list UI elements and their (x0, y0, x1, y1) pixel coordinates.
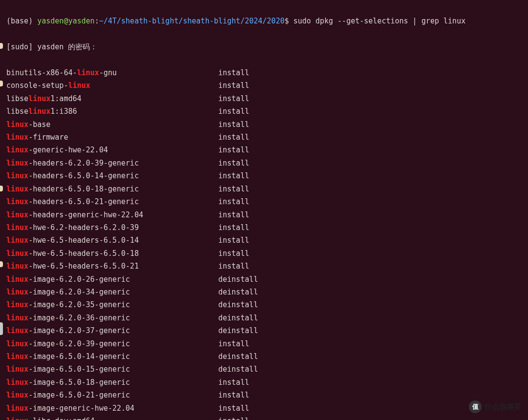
package-row: linux-libc-dev:amd64 install (6, 415, 528, 420)
package-status: install (219, 376, 249, 389)
package-status: install (219, 415, 249, 420)
package-status: install (219, 221, 249, 234)
grep-highlight: linux (6, 352, 28, 361)
cwd-path: ~/4T/sheath-blight/sheath-blight/2024/20… (99, 17, 285, 25)
prompt-line[interactable]: (base) yasden@yasden:~/4T/sheath-blight/… (6, 15, 528, 27)
grep-highlight: linux (28, 107, 50, 116)
package-row: linux-image-generic-hwe-22.04 install (6, 402, 528, 415)
command-grep-term: linux (443, 17, 465, 25)
package-status: deinstall (219, 312, 258, 324)
package-status: install (219, 169, 249, 182)
package-name: linux-headers-6.5.0-21-generic (6, 197, 139, 206)
grep-highlight: linux (6, 210, 28, 219)
package-status: install (219, 402, 249, 415)
package-name: linux-image-6.2.0-36-generic (6, 314, 130, 322)
package-status: deinstall (219, 298, 258, 311)
package-name: linux-hwe-6.5-headers-6.5.0-18 (6, 249, 139, 258)
package-status: install (219, 157, 249, 169)
grep-highlight: linux (6, 159, 28, 168)
watermark-badge-icon: 值 (469, 400, 482, 413)
package-row: linux-image-6.5.0-18-generic install (6, 376, 528, 389)
package-name: linux-image-6.5.0-15-generic (6, 365, 130, 374)
package-name: linux-image-6.2.0-37-generic (6, 326, 130, 335)
package-name: binutils-x86-64-linux-gnu (6, 68, 117, 77)
grep-highlight: linux (6, 146, 28, 154)
grep-highlight: linux (6, 326, 28, 335)
package-name: console-setup-linux (6, 81, 90, 90)
grep-highlight: linux (6, 339, 28, 348)
package-row: linux-image-6.5.0-15-generic deinstall (6, 363, 528, 376)
package-status: install (219, 144, 249, 156)
package-row: linux-headers-6.5.0-21-generic install (6, 195, 528, 208)
command-text: sudo dpkg --get-selections | grep (293, 17, 443, 25)
package-row: linux-hwe-6.5-headers-6.5.0-18 install (6, 247, 528, 260)
package-row: linux-hwe-6.2-headers-6.2.0-39 install (6, 221, 528, 234)
package-name: linux-image-6.5.0-21-generic (6, 391, 130, 399)
grep-highlight: linux (77, 68, 99, 77)
package-row: linux-image-6.2.0-37-generic deinstall (6, 324, 528, 337)
watermark-text: 什么值得买 (484, 402, 521, 412)
sudo-prefix: [sudo] yasden (6, 42, 68, 51)
package-status: install (218, 131, 249, 144)
package-row: libselinux1:amd64 install (6, 92, 528, 105)
package-status: install (219, 79, 249, 92)
grep-highlight: linux (6, 262, 28, 271)
grep-highlight: linux (6, 223, 28, 232)
watermark: 值 什么值得买 (469, 400, 521, 413)
package-name: linux-image-6.2.0-34-generic (6, 288, 130, 296)
package-status: deinstall (219, 324, 258, 337)
package-status: install (219, 234, 249, 247)
grep-highlight: linux (6, 391, 28, 399)
package-name: linux-hwe-6.5-headers-6.5.0-21 (6, 262, 139, 271)
package-row: binutils-x86-64-linux-gnu install (6, 66, 528, 79)
package-row: linux-image-6.2.0-35-generic deinstall (6, 298, 528, 311)
grep-highlight: linux (6, 314, 28, 322)
package-name: linux-image-6.2.0-39-generic (6, 339, 130, 348)
grep-highlight: linux (6, 288, 28, 296)
package-name: linux-generic-hwe-22.04 (6, 146, 108, 154)
package-row: linux-generic-hwe-22.04 install (6, 144, 528, 156)
package-name: linux-image-generic-hwe-22.04 (6, 404, 134, 413)
prompt-colon: : (95, 17, 99, 25)
package-status: install (219, 66, 249, 79)
package-row: linux-headers-6.2.0-39-generic install (6, 157, 528, 169)
package-status: deinstall (219, 363, 258, 376)
package-name: linux-libc-dev:amd64 (6, 417, 95, 420)
package-row: linux-image-6.2.0-34-generic deinstall (6, 286, 528, 298)
package-name: linux-base (6, 120, 50, 129)
package-name: linux-hwe-6.5-headers-6.5.0-14 (6, 236, 139, 245)
package-row: linux-base install (6, 118, 528, 131)
package-status: install (219, 260, 249, 273)
package-status: install (219, 247, 249, 260)
package-row: linux-image-6.2.0-26-generic deinstall (6, 273, 528, 286)
sudo-prompt-cn: 的密码： (68, 42, 97, 51)
package-status: install (218, 105, 249, 118)
conda-env: (base) (6, 17, 37, 25)
package-name: linux-image-6.2.0-35-generic (6, 300, 130, 309)
package-status: install (219, 337, 249, 350)
package-status: install (218, 118, 249, 131)
grep-highlight: linux (6, 378, 28, 387)
package-name: linux-hwe-6.2-headers-6.2.0-39 (6, 223, 139, 232)
sudo-password-line[interactable]: [sudo] yasden 的密码： (6, 41, 528, 53)
package-status: install (219, 195, 249, 208)
package-row: libselinux1:i386 install (6, 105, 528, 118)
grep-highlight: linux (6, 197, 28, 206)
grep-highlight: linux (6, 365, 28, 374)
package-row: linux-image-6.5.0-14-generic deinstall (6, 350, 528, 363)
terminal-output[interactable]: (base) yasden@yasden:~/4T/sheath-blight/… (0, 0, 528, 420)
package-name: linux-headers-generic-hwe-22.04 (6, 210, 143, 219)
package-row: linux-hwe-6.5-headers-6.5.0-21 install (6, 260, 528, 273)
grep-highlight: linux (6, 120, 28, 129)
user-host: yasden@yasden (37, 17, 94, 25)
prompt-dollar: $ (285, 17, 293, 25)
package-row: linux-image-6.5.0-21-generic install (6, 389, 528, 401)
package-name: linux-image-6.2.0-26-generic (6, 275, 130, 284)
grep-highlight: linux (6, 133, 28, 142)
grep-highlight: linux (68, 81, 90, 90)
package-name: linux-headers-6.2.0-39-generic (6, 159, 139, 168)
grep-highlight: linux (6, 417, 28, 420)
grep-highlight: linux (6, 275, 28, 284)
grep-highlight: linux (6, 404, 28, 413)
package-row: linux-headers-generic-hwe-22.04 install (6, 209, 528, 221)
